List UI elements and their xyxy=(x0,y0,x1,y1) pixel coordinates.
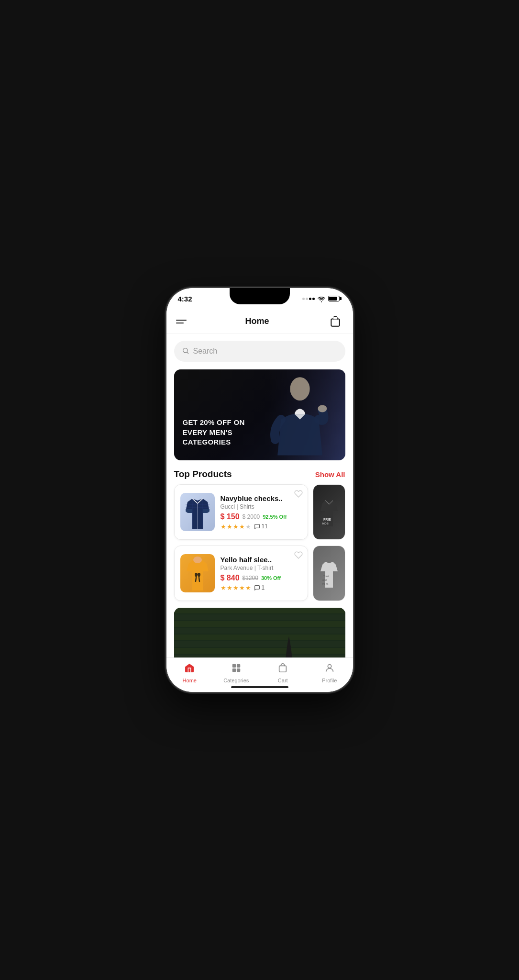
svg-rect-40 xyxy=(232,668,236,672)
svg-rect-39 xyxy=(237,664,240,668)
search-icon xyxy=(182,347,189,356)
search-bar[interactable]: Search xyxy=(174,341,345,362)
profile-icon xyxy=(324,663,335,676)
svg-text:FRIE: FRIE xyxy=(323,518,331,521)
product-name-1: Navyblue checks.. xyxy=(221,494,302,502)
home-indicator xyxy=(231,686,288,688)
home-icon xyxy=(184,663,195,676)
battery-icon xyxy=(328,296,340,301)
price-current-2: $ 840 xyxy=(221,574,240,582)
svg-point-4 xyxy=(318,405,327,412)
svg-rect-26 xyxy=(174,641,345,647)
notch xyxy=(230,288,290,304)
svg-point-13 xyxy=(193,557,202,563)
wifi-icon xyxy=(318,296,325,301)
comment-num-1: 11 xyxy=(262,523,268,530)
svg-text:NDS: NDS xyxy=(322,522,329,525)
nav-item-categories[interactable]: Categories xyxy=(213,663,260,683)
nav-item-home[interactable]: Home xyxy=(166,663,213,683)
svg-point-3 xyxy=(290,377,309,401)
banner-image xyxy=(264,374,336,456)
main-content: Search xyxy=(166,334,353,692)
status-icons xyxy=(302,296,340,301)
nav-label-profile: Profile xyxy=(322,678,337,683)
rating-row-1: ★ ★ ★ ★ ★ 11 xyxy=(221,523,302,530)
nav-label-home: Home xyxy=(183,678,197,683)
svg-line-14 xyxy=(196,578,196,581)
page-title: Home xyxy=(245,316,269,326)
nav-label-cart: Cart xyxy=(278,678,288,683)
comment-num-2: 1 xyxy=(262,584,265,591)
promo-banner-1[interactable]: GET 20% OFF ON EVERY MEN'S CATEGORIES xyxy=(174,369,345,460)
screen: 4:32 xyxy=(166,288,353,692)
price-row-2: $ 840 $1200 30% Off xyxy=(221,574,302,582)
product-image-2 xyxy=(180,554,215,592)
show-all-button[interactable]: Show All xyxy=(315,470,345,479)
svg-rect-27 xyxy=(174,648,345,654)
svg-rect-0 xyxy=(331,319,340,326)
signal-icon xyxy=(302,298,315,300)
svg-rect-21 xyxy=(174,608,345,613)
wishlist-button-1[interactable] xyxy=(294,490,303,500)
product-name-2: Yello half slee.. xyxy=(221,556,302,564)
menu-button[interactable] xyxy=(176,320,187,323)
search-placeholder: Search xyxy=(193,347,218,356)
nav-label-categories: Categories xyxy=(223,678,249,683)
svg-text:the m.: the m. xyxy=(322,583,329,585)
product-image-1 xyxy=(180,493,215,531)
svg-rect-38 xyxy=(232,664,236,668)
status-bar: 4:32 xyxy=(166,288,353,309)
svg-text:all of: all of xyxy=(322,579,327,581)
search-section: Search xyxy=(166,334,353,367)
price-row-1: $ 150 $ 2000 92.5% Off xyxy=(221,512,302,521)
svg-rect-1 xyxy=(333,317,338,319)
banner-text-wrap: GET 20% OFF ON EVERY MEN'S CATEGORIES xyxy=(183,418,260,447)
product-row-2: Yello half slee.. Park Avenue | T-shirt … xyxy=(174,546,345,601)
product-info-1: Navyblue checks.. Gucci | Shirts $ 150 $… xyxy=(221,494,302,530)
product-info-2: Yello half slee.. Park Avenue | T-shirt … xyxy=(221,556,302,591)
comment-count-1: 11 xyxy=(254,523,268,530)
svg-rect-42 xyxy=(279,666,287,672)
stars-1: ★ ★ ★ ★ ★ xyxy=(221,523,251,530)
product-card-mini-2[interactable]: Trust all of the m. xyxy=(313,546,345,601)
price-original-2: $1200 xyxy=(243,575,258,581)
svg-text:Trust: Trust xyxy=(323,575,329,578)
rating-row-2: ★ ★ ★ ★ ★ 1 xyxy=(221,584,302,591)
stars-2: ★ ★ ★ ★ ★ xyxy=(221,584,251,591)
top-products-header: Top Products Show All xyxy=(166,460,353,484)
svg-line-15 xyxy=(199,578,199,581)
wishlist-button-2[interactable] xyxy=(294,551,303,561)
product-row-1: Navyblue checks.. Gucci | Shirts $ 150 $… xyxy=(174,484,345,540)
price-original-1: $ 2000 xyxy=(243,513,260,520)
svg-rect-41 xyxy=(237,668,240,672)
status-time: 4:32 xyxy=(178,295,192,303)
product-list: Navyblue checks.. Gucci | Shirts $ 150 $… xyxy=(166,484,353,601)
app-header: Home xyxy=(166,309,353,334)
mini-product-image-1: FRIE NDS xyxy=(313,485,345,539)
svg-rect-25 xyxy=(174,635,345,640)
product-brand-1: Gucci | Shirts xyxy=(221,503,302,510)
comment-count-2: 1 xyxy=(254,584,265,591)
banner-text: GET 20% OFF ON EVERY MEN'S CATEGORIES xyxy=(183,418,260,447)
price-discount-1: 92.5% Off xyxy=(263,514,287,520)
mini-product-image-2: Trust all of the m. xyxy=(313,546,345,601)
svg-rect-23 xyxy=(174,621,345,627)
nav-item-cart[interactable]: Cart xyxy=(260,663,307,683)
categories-icon xyxy=(231,663,242,676)
cart-button[interactable] xyxy=(328,314,343,329)
svg-point-43 xyxy=(328,665,331,668)
product-card-1[interactable]: Navyblue checks.. Gucci | Shirts $ 150 $… xyxy=(174,484,308,540)
svg-rect-24 xyxy=(174,628,345,634)
phone-frame: 4:32 xyxy=(166,288,353,692)
svg-rect-22 xyxy=(174,614,345,620)
cart-nav-icon xyxy=(277,663,288,676)
price-discount-2: 30% Off xyxy=(261,575,281,581)
product-card-2[interactable]: Yello half slee.. Park Avenue | T-shirt … xyxy=(174,546,308,601)
product-card-mini-1[interactable]: FRIE NDS xyxy=(313,484,345,540)
price-current-1: $ 150 xyxy=(221,512,240,521)
section-title: Top Products xyxy=(174,469,232,479)
nav-item-profile[interactable]: Profile xyxy=(306,663,353,683)
product-brand-2: Park Avenue | T-shirt xyxy=(221,565,302,571)
